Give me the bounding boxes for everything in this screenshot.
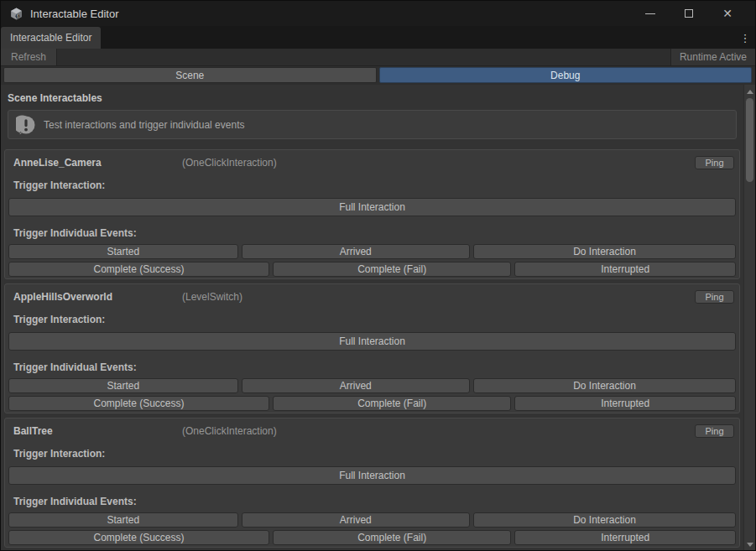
toolbar: Refresh Runtime Active bbox=[1, 49, 755, 66]
info-icon bbox=[16, 115, 36, 135]
arrived-button[interactable]: Arrived bbox=[242, 244, 471, 259]
trigger-events-label: Trigger Individual Events: bbox=[13, 363, 736, 372]
interactable-type: (LevelSwitch) bbox=[182, 291, 242, 303]
complete-fail-button[interactable]: Complete (Fail) bbox=[273, 396, 511, 411]
trigger-events-label: Trigger Individual Events: bbox=[13, 497, 736, 507]
scene-toggle-button[interactable]: Scene bbox=[3, 67, 377, 83]
do-interaction-button[interactable]: Do Interaction bbox=[473, 244, 736, 259]
ping-button[interactable]: Ping bbox=[695, 290, 734, 304]
do-interaction-button[interactable]: Do Interaction bbox=[473, 378, 736, 393]
maximize-icon[interactable] bbox=[670, 1, 708, 26]
complete-fail-button[interactable]: Complete (Fail) bbox=[273, 530, 511, 545]
started-button[interactable]: Started bbox=[8, 512, 238, 528]
interactable-name: AnneLise_Camera bbox=[13, 157, 182, 169]
debug-toggle-button[interactable]: Debug bbox=[379, 67, 753, 83]
scroll-down-icon[interactable] bbox=[744, 539, 755, 550]
title-bar: 6 Interactable Editor ✕ bbox=[1, 1, 755, 26]
complete-success-button[interactable]: Complete (Success) bbox=[8, 396, 269, 411]
scrollbar-thumb[interactable] bbox=[746, 98, 753, 182]
full-interaction-button[interactable]: Full Interaction bbox=[8, 466, 736, 485]
complete-success-button[interactable]: Complete (Success) bbox=[8, 530, 269, 545]
arrived-button[interactable]: Arrived bbox=[242, 512, 471, 528]
do-interaction-button[interactable]: Do Interaction bbox=[473, 512, 736, 528]
trigger-events-label: Trigger Individual Events: bbox=[13, 229, 736, 238]
refresh-button[interactable]: Refresh bbox=[1, 49, 57, 65]
interrupted-button[interactable]: Interrupted bbox=[514, 396, 736, 411]
tab-bar: Interactable Editor ⋮ bbox=[1, 26, 755, 49]
tab-label: Interactable Editor bbox=[10, 32, 91, 44]
interactable-name: AppleHillsOverworld bbox=[13, 291, 182, 303]
view-toggle-row: Scene Debug bbox=[1, 66, 755, 85]
full-interaction-button[interactable]: Full Interaction bbox=[8, 198, 736, 216]
scene-interactables-panel: Scene Interactables Test interactions an… bbox=[1, 85, 755, 551]
trigger-interaction-label: Trigger Interaction: bbox=[13, 181, 736, 190]
interrupted-button[interactable]: Interrupted bbox=[514, 530, 736, 545]
window-title: Interactable Editor bbox=[30, 8, 119, 20]
close-icon[interactable]: ✕ bbox=[708, 1, 747, 26]
ping-button[interactable]: Ping bbox=[695, 424, 734, 438]
runtime-active-toggle[interactable]: Runtime Active bbox=[670, 49, 755, 65]
interrupted-button[interactable]: Interrupted bbox=[514, 262, 736, 277]
trigger-interaction-label: Trigger Interaction: bbox=[13, 315, 736, 325]
info-helpbox: Test interactions and trigger individual… bbox=[8, 110, 737, 139]
kebab-menu-icon[interactable]: ⋮ bbox=[735, 27, 755, 49]
complete-success-button[interactable]: Complete (Success) bbox=[8, 262, 269, 277]
full-interaction-button[interactable]: Full Interaction bbox=[8, 332, 736, 351]
started-button[interactable]: Started bbox=[8, 378, 238, 393]
started-button[interactable]: Started bbox=[8, 244, 238, 259]
interactable-type: (OneClickInteraction) bbox=[182, 157, 277, 169]
tab-interactable-editor[interactable]: Interactable Editor bbox=[1, 27, 101, 49]
helpbox-text: Test interactions and trigger individual… bbox=[44, 119, 244, 131]
trigger-interaction-label: Trigger Interaction: bbox=[13, 450, 736, 459]
unity-package-icon: 6 bbox=[9, 7, 23, 21]
ping-button[interactable]: Ping bbox=[695, 156, 734, 169]
interactable-section: BallTree (OneClickInteraction) Ping Trig… bbox=[4, 418, 740, 548]
interactable-type: (OneClickInteraction) bbox=[182, 425, 277, 437]
scroll-up-icon[interactable] bbox=[744, 86, 755, 97]
vertical-scrollbar[interactable] bbox=[743, 85, 755, 551]
arrived-button[interactable]: Arrived bbox=[242, 378, 471, 393]
minimize-icon[interactable] bbox=[631, 1, 670, 26]
svg-text:6: 6 bbox=[17, 14, 19, 18]
interactable-section: AppleHillsOverworld (LevelSwitch) Ping T… bbox=[4, 283, 740, 413]
panel-heading: Scene Interactables bbox=[8, 92, 740, 104]
interactable-name: BallTree bbox=[13, 425, 182, 437]
interactable-section: AnneLise_Camera (OneClickInteraction) Pi… bbox=[4, 149, 740, 279]
complete-fail-button[interactable]: Complete (Fail) bbox=[273, 262, 511, 277]
